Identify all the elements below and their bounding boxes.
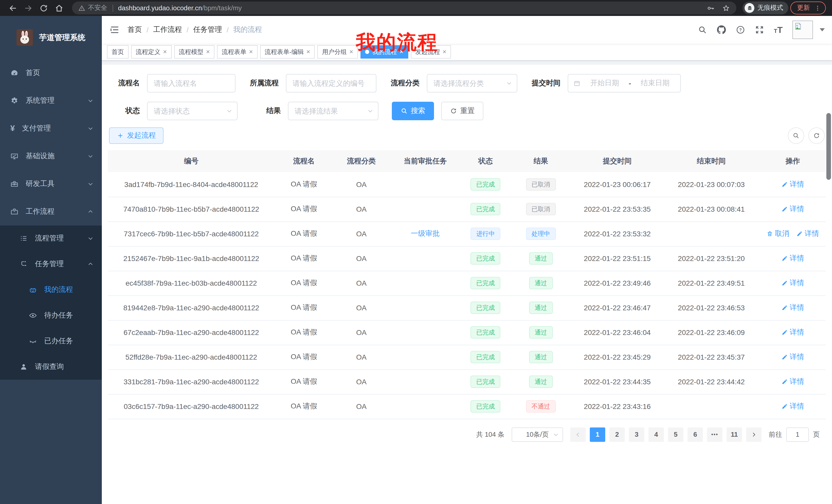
next-page-icon[interactable] xyxy=(746,427,761,442)
detail-link[interactable]: 详情 xyxy=(782,204,804,214)
page-number[interactable]: 6 xyxy=(687,427,703,442)
reset-button[interactable]: 重置 xyxy=(441,102,483,120)
detail-link[interactable]: 详情 xyxy=(782,328,804,337)
table-row: 2152467e-7b9b-11ec-9a1b-acde48001122 OA … xyxy=(108,246,826,271)
sidebar-item-my-process[interactable]: 我的流程 xyxy=(0,277,102,303)
cell-name: OA 请假 xyxy=(275,320,334,345)
close-icon[interactable]: × xyxy=(206,49,210,55)
goto-label: 前往 xyxy=(769,430,782,439)
start-process-button[interactable]: 发起流程 xyxy=(109,128,163,144)
avatar-caret-icon[interactable] xyxy=(820,28,825,31)
detail-link[interactable]: 详情 xyxy=(782,402,804,411)
cell-submit-time: 2022-01-22 23:43:16 xyxy=(572,394,663,419)
sidebar-item-leave-query[interactable]: 请假查询 xyxy=(0,354,102,380)
tab-process-form-edit[interactable]: 流程表单-编辑× xyxy=(260,45,315,59)
page-number[interactable]: 3 xyxy=(629,427,644,442)
forward-icon[interactable] xyxy=(22,1,35,15)
sidebar-item-system[interactable]: 系统管理 xyxy=(0,87,102,115)
cell-end-time xyxy=(663,394,760,419)
sidebar-item-label: 系统管理 xyxy=(26,96,54,105)
process-definition-input[interactable] xyxy=(286,74,376,92)
sidebar-item-home[interactable]: 首页 xyxy=(0,59,102,87)
cell-id: 7317cec6-7b9b-11ec-b5b7-acde48001122 xyxy=(108,221,275,246)
filter-label: 流程分类 xyxy=(390,79,420,88)
detail-link[interactable]: 详情 xyxy=(782,303,804,312)
breadcrumb-item[interactable]: 首页 xyxy=(128,25,142,34)
cell-task xyxy=(389,271,461,296)
page-number[interactable]: 1 xyxy=(590,427,605,442)
col-header-submit-time: 提交时间 xyxy=(572,150,663,172)
refresh-icon[interactable] xyxy=(808,128,825,144)
page-number[interactable]: 11 xyxy=(727,427,742,442)
close-icon[interactable]: × xyxy=(307,49,310,55)
breadcrumb-item[interactable]: 工作流程 xyxy=(153,25,182,34)
status-select[interactable] xyxy=(147,102,238,120)
search-icon[interactable] xyxy=(698,25,707,34)
sidebar-item-workflow[interactable]: 工作流程 xyxy=(0,198,102,226)
close-icon[interactable]: × xyxy=(349,49,353,55)
menu-dots-icon[interactable] xyxy=(814,4,821,11)
sidebar-item-devtools[interactable]: 研发工具 xyxy=(0,170,102,198)
scrollbar-thumb[interactable] xyxy=(826,113,831,180)
home-icon[interactable] xyxy=(52,1,66,15)
page-number[interactable]: 2 xyxy=(609,427,625,442)
page-number[interactable]: 5 xyxy=(668,427,683,442)
goto-page-input[interactable] xyxy=(786,427,809,442)
tab-home[interactable]: 首页 xyxy=(107,45,129,59)
page-ellipsis[interactable]: ••• xyxy=(707,427,723,442)
tab-process-model[interactable]: 流程模型× xyxy=(174,45,214,59)
result-select[interactable] xyxy=(288,102,379,120)
close-icon[interactable]: × xyxy=(249,49,253,55)
sidebar-item-infra[interactable]: 基础设施 xyxy=(0,142,102,170)
detail-link[interactable]: 详情 xyxy=(796,229,819,239)
sidebar-item-payment[interactable]: ¥ 支付管理 xyxy=(0,115,102,142)
sidebar-item-done-tasks[interactable]: 已办任务 xyxy=(0,328,102,354)
close-icon[interactable]: × xyxy=(442,49,446,55)
sidebar-item-task-mgmt[interactable]: 任务管理 xyxy=(0,251,102,277)
col-header-status: 状态 xyxy=(461,150,510,172)
detail-link[interactable]: 详情 xyxy=(782,254,804,263)
close-icon[interactable]: × xyxy=(163,49,167,55)
detail-link[interactable]: 详情 xyxy=(782,353,804,362)
detail-link[interactable]: 详情 xyxy=(782,180,804,189)
page-size-select[interactable]: 10条/页 xyxy=(512,427,563,442)
process-name-input[interactable] xyxy=(147,74,235,92)
help-icon[interactable]: ? xyxy=(736,25,745,34)
briefcase-icon xyxy=(10,207,19,216)
date-end-placeholder: 结束日期 xyxy=(635,79,675,88)
task-link[interactable]: 一级审批 xyxy=(411,229,440,239)
toggle-search-icon[interactable] xyxy=(788,128,804,144)
cell-end-time: 2022-01-22 23:49:51 xyxy=(663,271,760,296)
tab-process-definition[interactable]: 流程定义× xyxy=(131,45,172,59)
avatar[interactable] xyxy=(792,21,813,39)
font-size-icon[interactable]: TT xyxy=(774,25,783,34)
detail-link[interactable]: 详情 xyxy=(782,278,804,288)
breadcrumb-item[interactable]: 任务管理 xyxy=(193,25,222,34)
key-icon[interactable] xyxy=(706,4,715,12)
sidebar-item-todo-tasks[interactable]: 待办任务 xyxy=(0,303,102,328)
prev-page-icon[interactable] xyxy=(570,427,586,442)
detail-link[interactable]: 详情 xyxy=(782,377,804,386)
status-badge: 已完成 xyxy=(471,351,501,363)
back-icon[interactable] xyxy=(6,1,20,15)
browser-update-button[interactable]: 更新 xyxy=(790,2,826,15)
hamburger-icon[interactable] xyxy=(102,16,128,44)
submit-time-range-picker[interactable]: 开始日期 - 结束日期 xyxy=(568,74,681,92)
table-row: 331bc281-7b9a-11ec-a290-acde48001122 OA … xyxy=(108,369,826,394)
cell-category: OA xyxy=(334,369,390,394)
table-row: 3ad174fb-7b9d-11ec-8404-acde48001122 OA … xyxy=(108,172,826,197)
category-select[interactable] xyxy=(427,74,517,92)
fullscreen-icon[interactable] xyxy=(755,25,764,34)
tab-process-form[interactable]: 流程表单× xyxy=(217,45,257,59)
github-icon[interactable] xyxy=(717,25,726,34)
bookmark-star-icon[interactable] xyxy=(722,4,730,12)
cancel-link[interactable]: 取消 xyxy=(767,229,789,239)
col-header-id: 编号 xyxy=(108,150,275,172)
reload-icon[interactable] xyxy=(37,1,50,15)
address-bar[interactable]: 不安全 dashboard.yudao.iocoder.cn/bpm/task/… xyxy=(72,2,736,15)
cell-submit-time: 2022-01-22 23:49:46 xyxy=(572,271,663,296)
page-number[interactable]: 4 xyxy=(648,427,664,442)
tab-user-group[interactable]: 用户分组× xyxy=(317,45,358,59)
search-button[interactable]: 搜索 xyxy=(392,102,434,120)
sidebar-item-process-mgmt[interactable]: 流程管理 xyxy=(0,226,102,251)
